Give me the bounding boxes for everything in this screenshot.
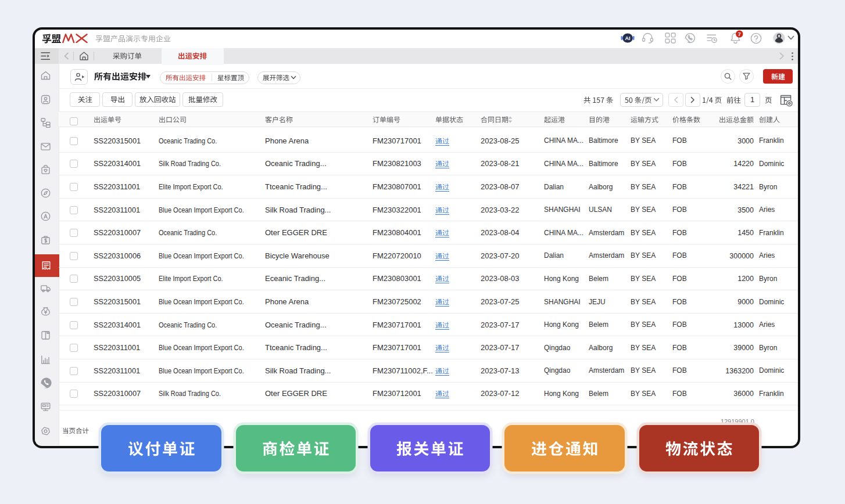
svg-text:7: 7 bbox=[738, 31, 741, 37]
svg-text:AI: AI bbox=[625, 35, 631, 41]
